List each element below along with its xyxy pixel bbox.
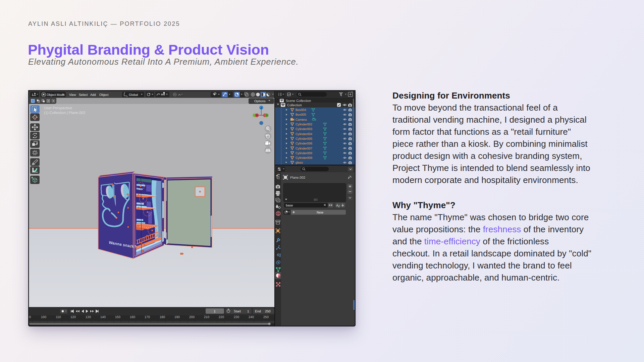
svg-text:Cylinder002: Cylinder002 [296, 122, 312, 126]
svg-text:Cylinder003: Cylinder003 [296, 127, 312, 131]
svg-text:230: 230 [234, 315, 239, 319]
svg-text:glass: glass [296, 161, 303, 164]
svg-text:240: 240 [249, 315, 254, 319]
svg-text:Z: Z [260, 106, 262, 110]
svg-text:220: 220 [219, 315, 224, 319]
svg-text:140: 140 [100, 315, 106, 319]
svg-text:150: 150 [115, 315, 120, 319]
svg-text:250: 250 [263, 315, 269, 319]
svg-text:User Perspective: User Perspective [44, 106, 72, 110]
svg-text:Start: Start [234, 310, 241, 313]
svg-text:Box004: Box004 [296, 108, 306, 112]
svg-text:Cylinder006: Cylinder006 [296, 141, 312, 145]
svg-text:Cylinder005: Cylinder005 [296, 137, 312, 140]
svg-text:End: End [255, 310, 261, 313]
svg-text:Cylinder009: Cylinder009 [296, 156, 312, 160]
svg-text:Box005: Box005 [296, 113, 306, 116]
svg-text:Camera: Camera [296, 118, 307, 121]
svg-text:Cylinder007: Cylinder007 [296, 146, 312, 150]
svg-text:250: 250 [265, 310, 271, 313]
svg-text:160: 160 [130, 315, 135, 319]
svg-text:New: New [317, 211, 324, 215]
svg-text:Scene Collection: Scene Collection [286, 99, 311, 103]
svg-text:Z: Z [338, 205, 340, 208]
svg-text:110: 110 [56, 315, 61, 319]
svg-text:Select: Select [79, 93, 88, 97]
svg-text:Global: Global [129, 93, 138, 97]
svg-text:120: 120 [70, 315, 76, 319]
svg-text:Add: Add [90, 93, 96, 97]
svg-text:130: 130 [86, 315, 91, 319]
svg-text:200: 200 [189, 315, 195, 319]
svg-text:Options: Options [254, 100, 266, 103]
svg-text:Cylinder004: Cylinder004 [296, 132, 312, 136]
svg-text:190: 190 [174, 315, 180, 319]
svg-text:170: 170 [145, 315, 150, 319]
svg-text:Plane.002: Plane.002 [290, 176, 305, 180]
svg-text:Collection: Collection [287, 104, 302, 107]
svg-text:View: View [69, 93, 76, 97]
svg-text:Cylinder008: Cylinder008 [296, 151, 312, 155]
svg-text:Object Mode: Object Mode [47, 93, 65, 97]
svg-text:Object: Object [99, 93, 109, 97]
svg-text:1: 1 [247, 310, 249, 313]
svg-text:180: 180 [160, 315, 165, 319]
svg-text:100: 100 [41, 315, 46, 319]
svg-text:1: 1 [214, 310, 216, 313]
svg-text:base: base [286, 204, 293, 207]
svg-text:210: 210 [204, 315, 209, 319]
svg-text:(1) Collection | Plane.002: (1) Collection | Plane.002 [44, 111, 85, 115]
